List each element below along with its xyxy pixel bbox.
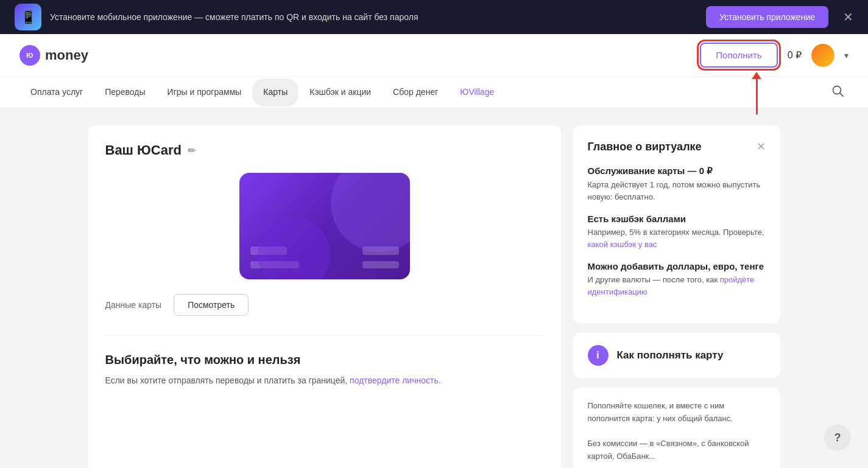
banner-icon: 📱 — [15, 4, 41, 30]
avatar[interactable] — [811, 44, 834, 67]
arrow-line — [756, 78, 758, 114]
card-number-block-1 — [250, 246, 287, 255]
choose-title: Выбирайте, что можно и нельзя — [105, 353, 544, 367]
nav-item-sbor[interactable]: Сбор денег — [382, 79, 449, 107]
info-item-2-text: Например, 5% в категориях месяца. Провер… — [588, 228, 764, 237]
logo-icon: Ю — [19, 45, 40, 66]
logo-text: money — [45, 47, 88, 63]
topup-info-title: Как пополнять карту — [617, 349, 724, 361]
install-app-button[interactable]: Установить приложение — [706, 6, 828, 28]
topup-desc-text: Пополняйте кошелек, и вместе с ним попол… — [588, 400, 766, 463]
card-name-block — [250, 261, 299, 268]
banner-close-button[interactable]: ✕ — [843, 10, 853, 24]
choose-desc-text: Если вы хотите отправлять переводы и пла… — [105, 375, 348, 385]
svg-line-3 — [840, 93, 843, 96]
banner-left: 📱 Установите мобильное приложение — смож… — [15, 4, 418, 30]
main-content: Ваш ЮCard ✏ Данные карты Посмотреть Выби… — [69, 108, 800, 468]
info-item-1-desc: Карта действует 1 год, потом можно выпус… — [588, 179, 766, 203]
header: Ю money Пополнить 0 ₽ ▾ — [0, 34, 868, 77]
choose-section: Выбирайте, что можно и нельзя Если вы хо… — [105, 335, 544, 387]
info-item-1-title: Обслуживание карты — 0 ₽ — [588, 166, 766, 176]
info-card-header: Главное о виртуалке ✕ — [588, 140, 766, 153]
card-title: Ваш ЮCard ✏ — [105, 142, 544, 158]
arrow-indicator — [752, 72, 761, 114]
svg-text:Ю: Ю — [26, 52, 33, 59]
cashback-link[interactable]: какой кэшбэк у вас — [588, 240, 657, 249]
chevron-down-icon[interactable]: ▾ — [844, 51, 849, 60]
card-data-row: Данные карты Посмотреть — [105, 294, 544, 316]
confirm-identity-link[interactable]: подтвердите личность. — [350, 375, 441, 385]
topup-info-header: i Как пополнять карту — [588, 345, 766, 366]
info-item-3: Можно добавить доллары, евро, тенге И др… — [588, 261, 766, 298]
card-bottom-row — [250, 261, 399, 268]
info-item-2-title: Есть кэшбэк баллами — [588, 214, 766, 224]
choose-desc: Если вы хотите отправлять переводы и пла… — [105, 374, 544, 387]
nav-item-cashback[interactable]: Кэшбэк и акции — [298, 79, 382, 107]
topup-info-card: i Как пополнять карту — [573, 333, 780, 378]
info-item-3-title: Можно добавить доллары, евро, тенге — [588, 261, 766, 271]
nav-item-yuvillage[interactable]: ЮVillage — [449, 79, 505, 107]
topup-desc-card: Пополняйте кошелек, и вместе с ним попол… — [573, 388, 780, 468]
card-title-text: Ваш ЮCard — [105, 142, 182, 158]
search-icon[interactable] — [827, 80, 849, 105]
edit-icon[interactable]: ✏ — [188, 145, 196, 156]
info-item-3-desc: И другие валюты — после того, как пройдё… — [588, 274, 766, 298]
nav-item-perevody[interactable]: Переводы — [94, 79, 156, 107]
card-data-label: Данные карты — [105, 300, 162, 310]
info-item-2-desc: Например, 5% в категориях месяца. Провер… — [588, 226, 766, 250]
nav-item-igry[interactable]: Игры и программы — [157, 79, 253, 107]
header-right: Пополнить 0 ₽ ▾ — [700, 43, 849, 68]
info-badge: i — [588, 345, 609, 366]
logo: Ю money — [19, 45, 88, 66]
card-visual — [239, 173, 410, 279]
banner-text: Установите мобильное приложение — сможет… — [50, 12, 418, 22]
topup-button[interactable]: Пополнить — [700, 43, 777, 68]
nav-item-karty[interactable]: Карты — [252, 79, 298, 107]
navigation: Оплата услуг Переводы Игры и программы К… — [0, 77, 868, 108]
info-item-3-text: И другие валюты — после того, как — [588, 275, 718, 284]
info-card: Главное о виртуалке ✕ Обслуживание карты… — [573, 125, 780, 323]
close-info-button[interactable]: ✕ — [757, 140, 766, 153]
view-card-button[interactable]: Посмотреть — [174, 294, 249, 316]
right-panel: Главное о виртуалке ✕ Обслуживание карты… — [573, 125, 780, 468]
top-banner: 📱 Установите мобильное приложение — смож… — [0, 0, 868, 34]
card-number-row — [250, 246, 399, 255]
balance-display: 0 ₽ — [788, 49, 802, 61]
help-button[interactable]: ? — [824, 424, 851, 451]
card-number-block-2 — [362, 246, 399, 255]
left-panel: Ваш ЮCard ✏ Данные карты Посмотреть Выби… — [88, 125, 561, 468]
card-exp-block — [362, 261, 399, 268]
info-item-2: Есть кэшбэк баллами Например, 5% в катег… — [588, 214, 766, 250]
info-card-title: Главное о виртуалке — [588, 141, 702, 153]
nav-item-oplata[interactable]: Оплата услуг — [19, 79, 94, 107]
info-item-1: Обслуживание карты — 0 ₽ Карта действует… — [588, 166, 766, 203]
